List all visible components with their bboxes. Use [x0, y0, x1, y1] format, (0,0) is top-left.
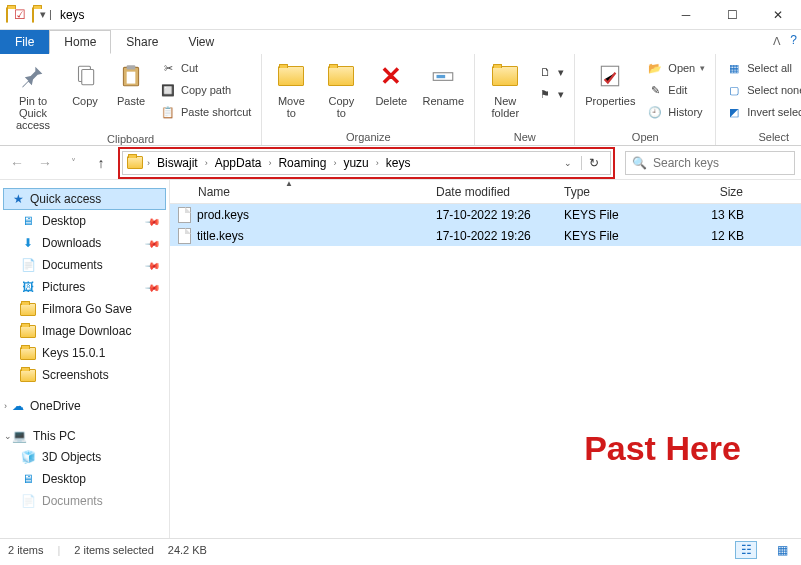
file-icon	[178, 207, 191, 223]
help-icon[interactable]: ?	[790, 33, 797, 47]
history-button[interactable]: 🕘History	[643, 102, 709, 122]
sidebar-this-pc[interactable]: ⌄💻This PC	[0, 426, 169, 446]
chevron-right-icon[interactable]: ›	[4, 401, 7, 411]
sidebar-item-folder[interactable]: Image Downloac	[0, 320, 169, 342]
easy-access-button[interactable]: ⚑▾	[533, 84, 568, 104]
move-to-label: Move to	[278, 95, 305, 119]
copy-to-button[interactable]: Copy to	[318, 56, 364, 119]
edit-icon: ✎	[647, 82, 663, 98]
new-item-button[interactable]: 🗋▾	[533, 62, 568, 82]
sidebar-item-documents[interactable]: 📄Documents	[0, 490, 169, 512]
sidebar-item-pictures[interactable]: 🖼Pictures📌	[0, 276, 169, 298]
close-button[interactable]: ✕	[755, 0, 801, 30]
address-dropdown-icon[interactable]: ⌄	[559, 158, 577, 168]
qat-dropdown-icon[interactable]: ▾ |	[40, 8, 52, 21]
sidebar-onedrive-label: OneDrive	[30, 399, 81, 413]
tab-file[interactable]: File	[0, 30, 49, 54]
maximize-button[interactable]: ☐	[709, 0, 755, 30]
column-header-name[interactable]: Name	[170, 185, 428, 199]
new-folder-button[interactable]: New folder	[481, 56, 529, 119]
file-list: ▲ Name Date modified Type Size prod.keys…	[170, 180, 801, 538]
large-icons-view-button[interactable]: ▦	[771, 541, 793, 559]
sidebar-quick-access[interactable]: ★ Quick access	[3, 188, 166, 210]
edit-button[interactable]: ✎Edit	[643, 80, 709, 100]
breadcrumb-segment[interactable]: yuzu	[340, 156, 371, 170]
select-none-button[interactable]: ▢Select none	[722, 80, 801, 100]
sidebar-item-label: Downloads	[42, 236, 101, 250]
file-size: 13 KB	[664, 208, 752, 222]
paste-button[interactable]: Paste	[110, 56, 152, 107]
tab-share[interactable]: Share	[111, 30, 173, 54]
qat-properties-icon[interactable]: ☑	[14, 7, 26, 22]
breadcrumb-segment[interactable]: keys	[383, 156, 414, 170]
address-bar[interactable]: › Biswajit› AppData› Roaming› yuzu› keys…	[122, 151, 611, 175]
minimize-button[interactable]: ─	[663, 0, 709, 30]
history-icon: 🕘	[647, 104, 663, 120]
tab-view[interactable]: View	[173, 30, 229, 54]
file-row[interactable]: prod.keys 17-10-2022 19:26 KEYS File 13 …	[170, 204, 801, 225]
chevron-right-icon[interactable]: ›	[205, 158, 208, 168]
chevron-right-icon[interactable]: ›	[333, 158, 336, 168]
details-view-button[interactable]: ☷	[735, 541, 757, 559]
sidebar-item-downloads[interactable]: ⬇Downloads📌	[0, 232, 169, 254]
pin-icon: 📌	[145, 279, 161, 295]
edit-label: Edit	[668, 84, 687, 96]
sort-ascending-icon: ▲	[285, 179, 293, 188]
collapse-ribbon-icon[interactable]: ᐱ	[773, 35, 781, 48]
svg-rect-3	[127, 65, 136, 69]
chevron-right-icon[interactable]: ›	[268, 158, 271, 168]
sidebar-item-folder[interactable]: Keys 15.0.1	[0, 342, 169, 364]
move-to-button[interactable]: Move to	[268, 56, 314, 119]
delete-button[interactable]: ✕ Delete	[368, 56, 414, 107]
sidebar-item-documents[interactable]: 📄Documents📌	[0, 254, 169, 276]
invert-selection-button[interactable]: ◩Invert selection	[722, 102, 801, 122]
column-header-type[interactable]: Type	[556, 185, 664, 199]
sidebar-item-folder[interactable]: Screenshots	[0, 364, 169, 386]
properties-button[interactable]: Properties	[581, 56, 639, 107]
breadcrumb-segment[interactable]: Biswajit	[154, 156, 201, 170]
sidebar-item-label: Documents	[42, 494, 103, 508]
copy-icon	[69, 60, 101, 92]
chevron-down-icon[interactable]: ⌄	[4, 431, 12, 441]
breadcrumb-segment[interactable]: AppData	[212, 156, 265, 170]
group-select-label: Select	[722, 129, 801, 145]
tab-home[interactable]: Home	[49, 30, 111, 54]
copy-path-icon: 🔲	[160, 82, 176, 98]
file-row[interactable]: title.keys 17-10-2022 19:26 KEYS File 12…	[170, 225, 801, 246]
sidebar-item-desktop[interactable]: 🖥Desktop	[0, 468, 169, 490]
search-box[interactable]: 🔍	[625, 151, 795, 175]
chevron-right-icon[interactable]: ›	[147, 158, 150, 168]
rename-button[interactable]: Rename	[418, 56, 468, 107]
properties-icon	[594, 60, 626, 92]
pin-icon: 📌	[145, 235, 161, 251]
group-clipboard-label: Clipboard	[6, 131, 255, 147]
sidebar-item-3d-objects[interactable]: 🧊3D Objects	[0, 446, 169, 468]
back-button[interactable]: ←	[6, 152, 28, 174]
open-button[interactable]: 📂Open ▾	[643, 58, 709, 78]
group-open-label: Open	[581, 129, 709, 145]
delete-label: Delete	[375, 95, 407, 107]
move-to-icon	[275, 60, 307, 92]
select-all-button[interactable]: ▦Select all	[722, 58, 801, 78]
column-header-date[interactable]: Date modified	[428, 185, 556, 199]
copy-path-button[interactable]: 🔲Copy path	[156, 80, 255, 100]
column-header-size[interactable]: Size	[664, 185, 752, 199]
file-type: KEYS File	[556, 229, 664, 243]
search-input[interactable]	[653, 156, 801, 170]
recent-locations-button[interactable]: ˅	[62, 152, 84, 174]
chevron-right-icon[interactable]: ›	[376, 158, 379, 168]
refresh-button[interactable]: ↻	[581, 156, 606, 170]
sidebar-item-folder[interactable]: Filmora Go Save	[0, 298, 169, 320]
invert-selection-label: Invert selection	[747, 106, 801, 118]
file-date: 17-10-2022 19:26	[428, 229, 556, 243]
address-highlight-annotation: › Biswajit› AppData› Roaming› yuzu› keys…	[118, 147, 615, 179]
copy-button[interactable]: Copy	[64, 56, 106, 107]
pin-to-quick-access-button[interactable]: Pin to Quick access	[6, 56, 60, 131]
cut-button[interactable]: ✂Cut	[156, 58, 255, 78]
sidebar-item-desktop[interactable]: 🖥Desktop📌	[0, 210, 169, 232]
forward-button[interactable]: →	[34, 152, 56, 174]
sidebar-onedrive[interactable]: ›☁OneDrive	[0, 396, 169, 416]
up-button[interactable]: ↑	[90, 152, 112, 174]
breadcrumb-segment[interactable]: Roaming	[275, 156, 329, 170]
paste-shortcut-button[interactable]: 📋Paste shortcut	[156, 102, 255, 122]
